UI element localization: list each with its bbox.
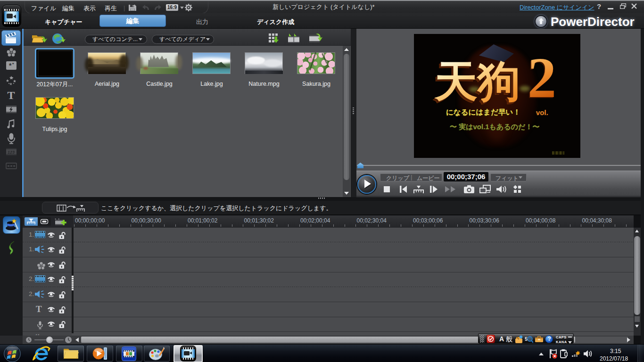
- svg-text:*: *: [9, 62, 12, 69]
- svg-text:123: 123: [8, 150, 15, 155]
- svg-text:*: *: [12, 62, 14, 66]
